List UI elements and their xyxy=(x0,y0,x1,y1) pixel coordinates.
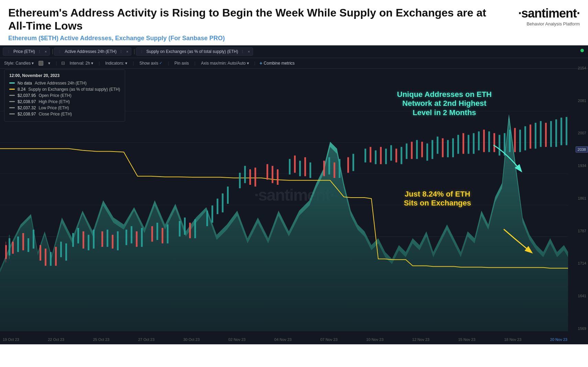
svg-rect-67 xyxy=(370,147,371,162)
interval-label: Interval: 2h xyxy=(70,61,90,66)
svg-rect-97 xyxy=(524,126,526,150)
combine-label: Combine metrics xyxy=(264,61,295,66)
color-swatch-btn[interactable]: ▾ xyxy=(47,60,52,66)
svg-rect-40 xyxy=(184,218,186,235)
svg-rect-59 xyxy=(309,162,311,178)
legend-color-4 xyxy=(9,107,15,108)
x-label-12: 20 Nov 23 xyxy=(550,337,567,342)
svg-rect-20 xyxy=(60,242,62,257)
svg-rect-69 xyxy=(380,147,382,164)
svg-rect-82 xyxy=(447,140,449,157)
legend-row-2: $2,037.95 Open Price (ETH) xyxy=(9,93,120,98)
legend-color-0 xyxy=(9,82,15,84)
metric-close-icon-2[interactable]: × xyxy=(126,49,128,54)
svg-rect-56 xyxy=(294,155,296,173)
pin-axis-btn[interactable]: Pin axis xyxy=(173,60,190,66)
svg-rect-102 xyxy=(550,121,552,147)
svg-rect-29 xyxy=(112,235,113,248)
brand-block: ·santiment· Behavior Analysis Platform xyxy=(504,6,580,26)
svg-rect-77 xyxy=(421,142,423,157)
svg-rect-33 xyxy=(136,231,138,247)
legend-lbl-4: Low Price (ETH) xyxy=(39,105,69,110)
metric-close-icon-3[interactable]: × xyxy=(248,49,250,54)
metric-tab-supply[interactable]: ⋮ Supply on Exchanges (as % of total sup… xyxy=(136,47,253,56)
svg-rect-58 xyxy=(304,157,306,176)
axis-maxmin-btn[interactable]: Axis max/min: Auto/Auto ▾ xyxy=(199,60,250,66)
svg-rect-62 xyxy=(334,162,335,178)
x-label-8: 10 Nov 23 xyxy=(366,337,383,342)
y-label-4: 1861 xyxy=(578,196,586,200)
x-label-6: 04 Nov 23 xyxy=(274,337,292,342)
sep-6: | xyxy=(254,61,255,66)
show-axis-btn[interactable]: Show axis ✓ xyxy=(138,60,164,66)
axis-maxmin-label: Axis max/min: Auto/Auto xyxy=(201,61,246,66)
metric-tab-active-addresses[interactable]: ⋮ Active Addresses 24h (ETH) ⋮ × xyxy=(54,47,131,56)
y-label-6: 1714 xyxy=(578,261,586,265)
svg-rect-38 xyxy=(167,224,168,243)
style-label: Style: Candles xyxy=(4,61,31,66)
svg-rect-19 xyxy=(55,247,57,266)
legend-val-0: No data xyxy=(18,81,32,86)
arrow-yellow-svg xyxy=(500,227,535,255)
svg-rect-41 xyxy=(189,223,191,238)
metric-settings-icon-2[interactable]: ⋮ xyxy=(119,49,123,54)
metric-close-icon[interactable]: × xyxy=(45,49,47,54)
x-label-1: 22 Oct 23 xyxy=(48,337,64,342)
sep-3: | xyxy=(133,61,134,66)
chevron-down-icon-2: ▾ xyxy=(48,61,50,66)
svg-rect-12 xyxy=(17,236,19,252)
status-dot xyxy=(580,49,584,52)
svg-rect-104 xyxy=(560,118,562,145)
sep-4: | xyxy=(168,61,169,66)
svg-rect-55 xyxy=(289,159,291,174)
legend-lbl-2: Open Price (ETH) xyxy=(39,93,71,98)
legend-color-3 xyxy=(9,101,15,102)
metric-tab-price[interactable]: ⋮ Price (ETH) ⋮ × xyxy=(3,47,50,56)
svg-rect-61 xyxy=(328,157,330,174)
svg-rect-35 xyxy=(151,226,153,242)
svg-rect-21 xyxy=(65,243,67,260)
drag-handle-3: ⋮ xyxy=(140,49,143,53)
svg-rect-37 xyxy=(162,228,163,243)
svg-rect-17 xyxy=(45,248,46,266)
svg-rect-66 xyxy=(364,148,366,162)
color-swatch[interactable] xyxy=(39,61,43,66)
svg-rect-50 xyxy=(249,169,251,185)
svg-rect-47 xyxy=(227,187,229,204)
style-candles-btn[interactable]: Style: Candles ▾ xyxy=(3,60,35,66)
metric-settings-icon-3[interactable]: ⋮ xyxy=(240,49,245,54)
svg-rect-52 xyxy=(266,164,268,179)
svg-rect-44 xyxy=(211,205,213,223)
interval-icon: ⊟ xyxy=(61,60,65,66)
svg-rect-84 xyxy=(457,135,459,154)
x-label-7: 07 Nov 23 xyxy=(320,337,337,342)
svg-rect-54 xyxy=(277,169,279,185)
y-label-5: 1787 xyxy=(578,229,586,233)
svg-rect-80 xyxy=(437,136,438,154)
legend-row-1: 8.24 Supply on Exchanges (as % of total … xyxy=(9,87,120,92)
y-label-8: 1569 xyxy=(578,326,586,331)
legend-row-3: $2,038.97 High Price (ETH) xyxy=(9,99,120,104)
svg-rect-18 xyxy=(50,252,52,266)
tab-divider-1: | xyxy=(52,48,53,55)
svg-rect-83 xyxy=(452,138,454,157)
legend-lbl-1: Supply on Exchanges (as % of total suppl… xyxy=(28,87,120,92)
svg-rect-32 xyxy=(131,226,132,243)
x-label-0: 19 Oct 23 xyxy=(3,337,19,342)
arrow-cyan-svg xyxy=(490,143,524,174)
interval-btn[interactable]: Interval: 2h ▾ xyxy=(68,60,95,66)
combine-plus-icon: + xyxy=(260,60,262,66)
metric-settings-icon[interactable]: ⋮ xyxy=(37,49,42,54)
brand-tagline: Behavior Analysis Platform xyxy=(526,21,580,26)
chevron-down-icon-3: ▾ xyxy=(91,61,93,66)
indicators-btn[interactable]: Indicators: ▾ xyxy=(104,60,129,66)
legend-lbl-0: Active Addresses 24h (ETH) xyxy=(35,81,87,86)
svg-rect-36 xyxy=(156,223,158,240)
combine-metrics-btn[interactable]: + Combine metrics xyxy=(260,60,295,66)
y-axis: 2154 2081 2007 1934 1861 1787 1714 1641 … xyxy=(569,66,586,331)
svg-rect-25 xyxy=(88,235,89,250)
sep-1: | xyxy=(56,61,57,66)
legend-val-2: $2,037.95 xyxy=(18,93,36,98)
svg-rect-64 xyxy=(347,157,349,173)
svg-rect-16 xyxy=(40,245,41,260)
